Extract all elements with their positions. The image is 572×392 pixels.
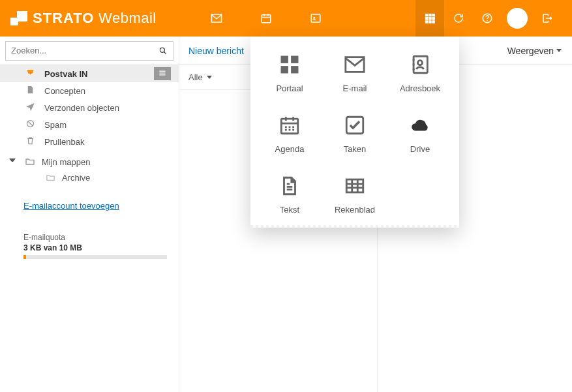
launcher-contacts[interactable]: Adresboek <box>387 53 453 93</box>
my-folders-label: Mijn mappen <box>42 157 90 167</box>
trash-icon <box>25 136 35 147</box>
folder-label: Verzonden objecten <box>44 103 119 113</box>
folder-archive-label: Archive <box>62 173 90 183</box>
top-app-shortcuts <box>202 0 330 37</box>
brand-logo[interactable]: STRATO Webmail <box>10 10 157 27</box>
folder-icon <box>25 157 35 167</box>
refresh-button[interactable] <box>444 0 473 37</box>
quota-bar <box>23 255 167 259</box>
view-dropdown[interactable]: Weergeven <box>507 46 572 56</box>
quota-value: 3 KB van 10 MB <box>23 243 167 252</box>
launcher-label: Portaal <box>276 83 303 93</box>
file-icon <box>25 85 35 97</box>
user-avatar[interactable] <box>507 8 528 29</box>
envelope-icon <box>344 53 366 76</box>
chevron-down-icon <box>556 49 562 52</box>
app-launcher-menu: PortaalE-mailAdresboekAgendaTakenDriveTe… <box>250 37 459 228</box>
folder-menu-button[interactable] <box>154 67 171 80</box>
inbox-icon <box>25 68 35 80</box>
brand-text: STRATO Webmail <box>33 10 157 27</box>
folder-label: Concepten <box>44 86 85 96</box>
logout-button[interactable] <box>533 0 562 37</box>
launcher-label: Drive <box>410 144 430 154</box>
launcher-portal[interactable]: Portaal <box>257 53 322 93</box>
chevron-down-icon <box>207 76 212 79</box>
logo-mark-icon <box>10 11 27 25</box>
addressbook-icon <box>409 53 431 76</box>
folder-label: Postvak IN <box>44 69 87 79</box>
search-input[interactable] <box>11 46 158 55</box>
help-button[interactable] <box>473 0 502 37</box>
search-icon <box>158 46 168 55</box>
folder-archive[interactable]: Archive <box>46 170 179 185</box>
top-bar: STRATO Webmail <box>0 0 572 37</box>
folder-trash[interactable]: Prullenbak <box>0 133 179 150</box>
launcher-label: E-mail <box>343 83 367 93</box>
launcher-email[interactable]: E-mail <box>322 53 387 93</box>
menu-icon <box>158 68 167 79</box>
folder-sidebar: Postvak INConceptenVerzonden objectenSpa… <box>0 65 179 392</box>
launcher-label: Rekenblad <box>335 205 375 215</box>
grid4-icon <box>278 53 301 76</box>
launcher-text[interactable]: Tekst <box>257 175 322 215</box>
launcher-sheet[interactable]: Rekenblad <box>322 175 387 215</box>
add-account-link[interactable]: E-mailaccount toevoegen <box>23 201 119 211</box>
calendar-app-icon[interactable] <box>252 0 280 37</box>
ban-icon <box>25 119 35 130</box>
launcher-agenda[interactable]: Agenda <box>257 114 322 154</box>
calendar-icon <box>278 114 301 136</box>
table-icon <box>344 175 366 197</box>
view-label: Weergeven <box>507 46 554 56</box>
launcher-drive[interactable]: Drive <box>387 114 453 154</box>
folder-inbox[interactable]: Postvak IN <box>0 65 179 82</box>
document-icon <box>278 175 301 197</box>
chevron-down-icon <box>9 158 16 165</box>
launcher-label: Tekst <box>280 205 299 215</box>
quota-widget: E-mailquota 3 KB van 10 MB <box>23 233 167 259</box>
cloud-icon <box>409 114 431 136</box>
compose-button[interactable]: Nieuw bericht <box>179 46 253 56</box>
search-field[interactable] <box>5 41 173 61</box>
launcher-label: Adresboek <box>400 83 440 93</box>
launcher-label: Agenda <box>275 144 305 154</box>
folder-label: Spam <box>44 120 67 130</box>
folder-label: Prullenbak <box>44 137 84 147</box>
contacts-app-icon[interactable] <box>301 0 330 37</box>
top-right-controls <box>415 0 562 37</box>
launcher-label: Taken <box>344 144 367 154</box>
folder-icon <box>46 173 55 183</box>
my-folders-header[interactable]: Mijn mappen <box>0 150 179 170</box>
folder-drafts[interactable]: Concepten <box>0 82 179 99</box>
plane-icon <box>25 102 35 113</box>
check-icon <box>344 114 366 136</box>
folder-sent[interactable]: Verzonden objecten <box>0 99 179 116</box>
quota-title: E-mailquota <box>23 233 167 242</box>
launcher-tasks[interactable]: Taken <box>322 114 387 154</box>
folder-spam[interactable]: Spam <box>0 116 179 133</box>
filter-label: Alle <box>188 72 203 82</box>
mail-app-icon[interactable] <box>202 0 231 37</box>
app-launcher-button[interactable] <box>415 0 444 37</box>
